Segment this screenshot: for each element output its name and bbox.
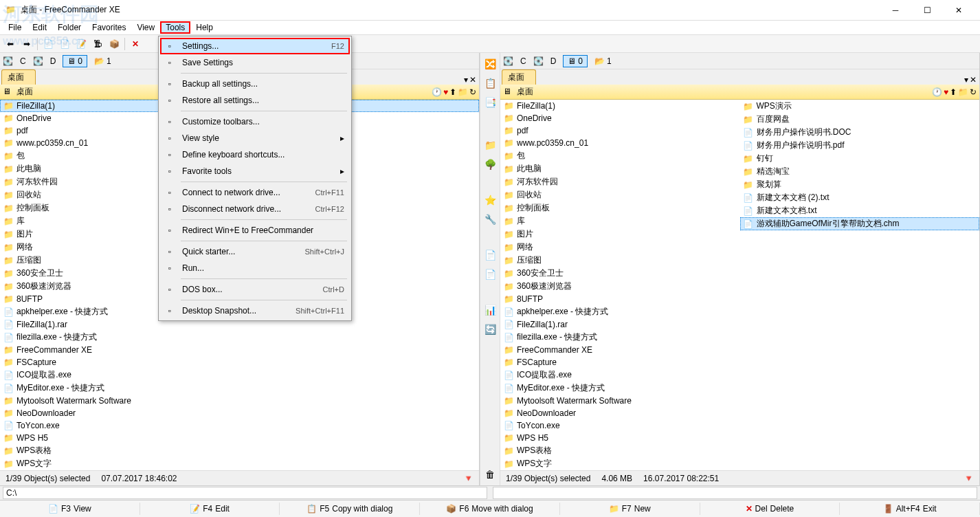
menu-item-customize-toolbars[interactable]: ▫Customize toolbars...: [160, 113, 350, 130]
menu-item-quick-starter[interactable]: ▫Quick starter...Shift+Ctrl+J: [160, 243, 350, 260]
compare-button[interactable]: 📊: [482, 302, 498, 318]
list-item[interactable]: 📁WPS文字: [0, 457, 479, 470]
list-item[interactable]: 📁控制面板: [500, 201, 740, 214]
forward-button[interactable]: ➡: [19, 36, 34, 52]
menu-view[interactable]: View: [131, 21, 160, 34]
list-item[interactable]: 📁Mytoolsoft Watermark Software: [500, 395, 740, 407]
list-item[interactable]: 📄财务用户操作说明书.DOC: [740, 126, 980, 139]
path-input-right[interactable]: [493, 487, 977, 499]
back-button[interactable]: ⬅: [3, 36, 18, 52]
list-item[interactable]: 📁pdf: [500, 124, 740, 137]
sync-button[interactable]: 📋: [482, 75, 498, 91]
menu-tools[interactable]: Tools: [160, 21, 190, 34]
list-item[interactable]: 📄apkhelper.exe - 快捷方式: [500, 305, 740, 318]
drive-c-right[interactable]: C: [516, 56, 531, 67]
list-item[interactable]: 📁河东软件园: [500, 175, 740, 188]
list-item[interactable]: 📄MyEditor.exe - 快捷方式: [0, 382, 479, 395]
list-item[interactable]: 📁压缩图: [500, 254, 740, 267]
list-item[interactable]: 📁WPS演示: [740, 100, 980, 113]
fn-f5-copy[interactable]: 📋 F5 Copy with dialog: [280, 503, 420, 515]
fn-del-delete[interactable]: ✕ Del Delete: [700, 503, 840, 515]
folder-icon[interactable]: 📁: [458, 87, 468, 97]
minimize-button[interactable]: ─: [880, 0, 911, 21]
list-item[interactable]: 📄游戏辅助GameOfMir引擎帮助文档.chm: [740, 217, 980, 230]
close-button[interactable]: ✕: [943, 0, 975, 21]
list-item[interactable]: 📁钉钉: [740, 152, 980, 165]
menu-item-disconnect-network-drive[interactable]: ▫Disconnect network drive...Ctrl+F12: [160, 201, 350, 217]
favorite-icon[interactable]: ♥: [944, 87, 948, 97]
list-item[interactable]: 📄ToYcon.exe: [500, 419, 740, 432]
refresh-icon[interactable]: ↻: [970, 87, 977, 97]
fn-f3-view[interactable]: 📄 F3 View: [0, 503, 140, 515]
path-input-left[interactable]: [3, 487, 487, 499]
copy-left-button[interactable]: 📄: [482, 266, 498, 283]
menu-file[interactable]: File: [3, 21, 27, 34]
drive-history[interactable]: 📂1: [90, 56, 115, 67]
menu-edit[interactable]: Edit: [27, 21, 52, 34]
drive-c[interactable]: C: [16, 56, 30, 67]
new-doc-button[interactable]: 📄: [482, 247, 498, 263]
list-item[interactable]: 📄财务用户操作说明书.pdf: [740, 139, 980, 152]
list-item[interactable]: 📄filezilla.exe - 快捷方式: [0, 331, 479, 344]
fn-f4-edit[interactable]: 📝 F4 Edit: [140, 503, 280, 515]
list-item[interactable]: 📁WPS表格: [0, 444, 479, 457]
list-item[interactable]: 📁聚划算: [740, 178, 980, 191]
refresh-icon[interactable]: ↻: [469, 87, 476, 97]
list-item[interactable]: 📁回收站: [500, 188, 740, 201]
menu-item-desktop-snapshot[interactable]: ▫Desktop Snapshot...Shift+Ctrl+F11: [160, 302, 350, 319]
list-item[interactable]: 📁WPS文字: [500, 457, 740, 470]
menu-folder[interactable]: Folder: [52, 21, 87, 34]
list-item[interactable]: 📁8UFTP: [500, 293, 740, 305]
rename-button[interactable]: 📝: [74, 36, 89, 52]
menu-item-save-settings[interactable]: ▫Save Settings: [160, 54, 350, 71]
list-item[interactable]: 📁NeoDownloader: [0, 407, 479, 419]
filter-icon[interactable]: 🔻: [463, 474, 474, 483]
menu-item-restore-all-settings[interactable]: ▫Restore all settings...: [160, 92, 350, 109]
tools-button[interactable]: 🔧: [482, 211, 498, 228]
extract-button[interactable]: 📦: [107, 36, 122, 52]
tab-close[interactable]: ✕: [970, 75, 977, 85]
list-item[interactable]: 📁WPS H5: [0, 432, 479, 444]
list-item[interactable]: 📁FSCapture: [0, 356, 479, 368]
menu-item-view-style[interactable]: ▫View style▸: [160, 130, 350, 146]
list-item[interactable]: 📁FSCapture: [500, 356, 740, 368]
list-item[interactable]: 📄ICO提取器.exe: [500, 368, 740, 382]
list-item[interactable]: 📁FileZilla(1): [500, 100, 740, 112]
list-item[interactable]: 📁精选淘宝: [740, 165, 980, 178]
list-item[interactable]: 📁OneDrive: [500, 112, 740, 124]
menu-help[interactable]: Help: [190, 21, 219, 34]
list-item[interactable]: 📄新建文本文档 (2).txt: [740, 191, 980, 204]
tab-dropdown[interactable]: ▾: [464, 75, 468, 85]
menu-item-dos-box[interactable]: ▫DOS box...Ctrl+D: [160, 281, 350, 298]
list-item[interactable]: 📁360安全卫士: [500, 267, 740, 280]
list-item[interactable]: 📁WPS H5: [500, 432, 740, 444]
menu-favorites[interactable]: Favorites: [87, 21, 131, 34]
menu-item-redirect-win-e-to-freecommander[interactable]: ▫Redirect Win+E to FreeCommander: [160, 222, 350, 239]
history-icon[interactable]: 🕐: [932, 87, 942, 97]
list-item[interactable]: 📄filezilla.exe - 快捷方式: [500, 331, 740, 344]
fn-f7-new[interactable]: 📁 F7 New: [560, 503, 700, 515]
sync2-button[interactable]: 📑: [482, 94, 498, 111]
menu-item-run[interactable]: ▫Run...: [160, 260, 350, 276]
menu-item-connect-to-network-drive[interactable]: ▫Connect to network drive...Ctrl+F11: [160, 184, 350, 201]
drive-history-right[interactable]: 📂1: [590, 56, 616, 67]
list-item[interactable]: 📁www.pc0359.cn_01: [500, 137, 740, 149]
compress-button[interactable]: 🗜: [90, 36, 105, 52]
list-item[interactable]: 📄新建文本文档.txt: [740, 204, 980, 217]
sync-dirs-button[interactable]: 🔄: [482, 321, 498, 338]
list-item[interactable]: 📄FileZilla(1).rar: [500, 318, 740, 331]
list-item[interactable]: 📁库: [500, 214, 740, 228]
menu-item-settings[interactable]: ▫Settings...F12: [160, 38, 350, 54]
tab-dropdown[interactable]: ▾: [964, 75, 968, 85]
fn-altf4-exit[interactable]: 🚪 Alt+F4 Exit: [840, 503, 980, 515]
list-item[interactable]: 📄ICO提取器.exe: [0, 368, 479, 382]
fn-f6-move[interactable]: 📦 F6 Move with dialog: [420, 503, 560, 515]
favorite-icon[interactable]: ♥: [443, 87, 448, 97]
move-button[interactable]: 📄: [57, 36, 72, 52]
folder-icon[interactable]: 📁: [958, 87, 968, 97]
menu-item-define-keyboard-shortcuts[interactable]: ▫Define keyboard shortcuts...: [160, 146, 350, 163]
list-item[interactable]: 📁网络: [500, 241, 740, 254]
drive-active[interactable]: 🖥0: [63, 55, 87, 67]
swap-panes-button[interactable]: 🔀: [482, 56, 498, 72]
drive-active-right[interactable]: 🖥0: [563, 55, 588, 67]
